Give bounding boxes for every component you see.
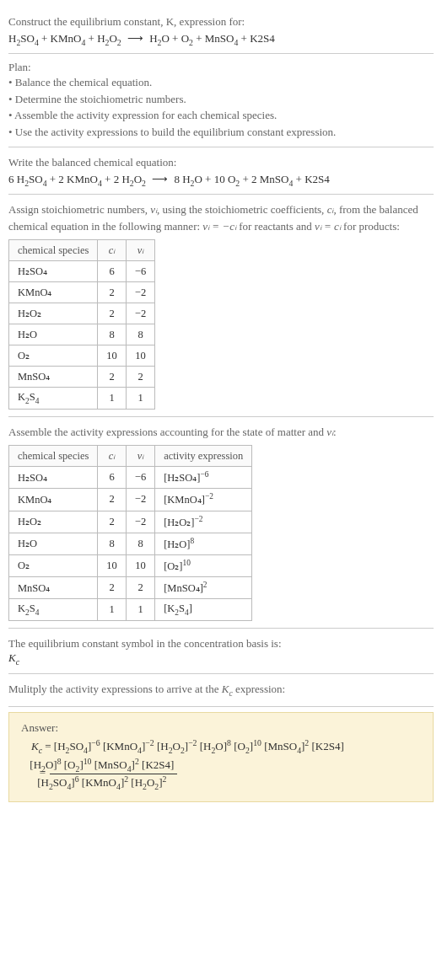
final-heading: Mulitply the activity expressions to arr…	[8, 681, 434, 699]
balanced-heading: Write the balanced chemical equation:	[8, 154, 434, 171]
activity-table: chemical species cᵢ νᵢ activity expressi…	[8, 445, 252, 620]
table-row: K2S411	[9, 388, 155, 410]
kc-expression: Kc = [H2SO4]−6 [KMnO4]−2 [H2O2]−2 [H2O]8…	[21, 738, 421, 791]
cell-nu: 10	[126, 554, 154, 576]
plan-section: Plan: • Balance the chemical equation. •…	[8, 54, 434, 147]
cell-species: H₂O₂	[9, 511, 98, 533]
cell-nu: −2	[126, 489, 154, 511]
cell-nu: 10	[126, 345, 154, 367]
cell-activity: [H₂O₂]−2	[155, 511, 252, 533]
table-row: MnSO₄22	[9, 367, 155, 388]
final-heading-section: Mulitply the activity expressions to arr…	[8, 674, 434, 707]
cell-species: H₂O	[9, 533, 98, 554]
cell-nu: −2	[126, 282, 154, 303]
table-row: O₂1010	[9, 345, 155, 367]
prompt-section: Construct the equilibrium constant, K, e…	[8, 7, 434, 54]
col-c: cᵢ	[98, 240, 127, 261]
basis-section: The equilibrium constant symbol in the c…	[8, 629, 434, 674]
table-row: H₂O₂2−2[H₂O₂]−2	[9, 511, 252, 533]
cell-species: H₂SO₄	[9, 467, 98, 489]
col-activity: activity expression	[155, 446, 252, 467]
cell-species: K2S4	[9, 599, 98, 621]
table-row: H₂SO₄6−6[H₂SO₄]−6	[9, 467, 252, 489]
cell-nu: 1	[126, 599, 154, 621]
answer-label: Answer:	[21, 721, 421, 735]
cell-c: 1	[98, 388, 127, 410]
table-row: MnSO₄22[MnSO₄]2	[9, 576, 252, 598]
table-row: K2S411[K2S4]	[9, 599, 252, 621]
cell-c: 2	[98, 489, 127, 511]
cell-activity: [H₂SO₄]−6	[155, 467, 252, 489]
prompt-intro: Construct the equilibrium constant, K, e…	[8, 13, 434, 30]
cell-nu: 8	[126, 533, 154, 554]
cell-nu: 2	[126, 576, 154, 598]
cell-activity: [O₂]10	[155, 554, 252, 576]
cell-species: MnSO₄	[9, 367, 98, 388]
cell-c: 8	[98, 324, 127, 345]
cell-c: 10	[98, 345, 127, 367]
col-species: chemical species	[9, 446, 98, 467]
cell-c: 10	[98, 554, 127, 576]
basis-intro: The equilibrium constant symbol in the c…	[8, 635, 434, 652]
table-row: H₂O88	[9, 324, 155, 345]
activity-intro: Assemble the activity expressions accoun…	[8, 424, 434, 441]
table-header-row: chemical species cᵢ νᵢ activity expressi…	[9, 446, 252, 467]
table-row: H₂O₂2−2	[9, 303, 155, 324]
prompt-line1: Construct the equilibrium constant, K, e…	[8, 15, 245, 28]
balanced-equation: 6 H2SO4 + 2 KMnO4 + 2 H2O2 ⟶ 8 H2O + 10 …	[8, 173, 434, 188]
cell-nu: 2	[126, 367, 154, 388]
cell-c: 1	[98, 599, 127, 621]
kc-symbol: Kc	[8, 651, 434, 667]
cell-activity: [K2S4]	[155, 599, 252, 621]
cell-species: KMnO₄	[9, 282, 98, 303]
cell-c: 6	[98, 467, 127, 489]
stoich-section: Assign stoichiometric numbers, νᵢ, using…	[8, 195, 434, 417]
cell-species: KMnO₄	[9, 489, 98, 511]
table-row: KMnO₄2−2	[9, 282, 155, 303]
table-row: O₂1010[O₂]10	[9, 554, 252, 576]
col-species: chemical species	[9, 240, 98, 261]
plan-item-3: • Assemble the activity expression for e…	[8, 107, 434, 124]
stoich-intro: Assign stoichiometric numbers, νᵢ, using…	[8, 201, 434, 234]
col-nu: νᵢ	[126, 240, 154, 261]
cell-species: O₂	[9, 554, 98, 576]
col-c: cᵢ	[98, 446, 127, 467]
col-nu: νᵢ	[126, 446, 154, 467]
cell-nu: −6	[126, 467, 154, 489]
cell-nu: −2	[126, 511, 154, 533]
activity-section: Assemble the activity expressions accoun…	[8, 417, 434, 629]
cell-species: MnSO₄	[9, 576, 98, 598]
cell-nu: −6	[126, 261, 154, 282]
cell-species: H₂SO₄	[9, 261, 98, 282]
cell-c: 6	[98, 261, 127, 282]
cell-activity: [MnSO₄]2	[155, 576, 252, 598]
cell-c: 2	[98, 367, 127, 388]
plan-item-1: • Balance the chemical equation.	[8, 74, 434, 91]
cell-species: O₂	[9, 345, 98, 367]
cell-c: 2	[98, 303, 127, 324]
plan-item-4: • Use the activity expressions to build …	[8, 124, 434, 141]
stoich-table: chemical species cᵢ νᵢ H₂SO₄6−6KMnO₄2−2H…	[8, 239, 155, 410]
table-row: H₂O88[H₂O]8	[9, 533, 252, 554]
balanced-section: Write the balanced chemical equation: 6 …	[8, 147, 434, 195]
cell-c: 2	[98, 511, 127, 533]
unbalanced-equation: H2SO4 + KMnO4 + H2O2 ⟶ H2O + O2 + MnSO4 …	[8, 32, 434, 47]
cell-species: H₂O	[9, 324, 98, 345]
cell-c: 2	[98, 576, 127, 598]
cell-nu: −2	[126, 303, 154, 324]
cell-species: K2S4	[9, 388, 98, 410]
table-row: H₂SO₄6−6	[9, 261, 155, 282]
table-header-row: chemical species cᵢ νᵢ	[9, 240, 155, 261]
plan-item-2: • Determine the stoichiometric numbers.	[8, 91, 434, 108]
cell-nu: 8	[126, 324, 154, 345]
plan-heading: Plan:	[8, 61, 434, 74]
table-row: KMnO₄2−2[KMnO₄]−2	[9, 489, 252, 511]
cell-nu: 1	[126, 388, 154, 410]
cell-species: H₂O₂	[9, 303, 98, 324]
answer-box: Answer: Kc = [H2SO4]−6 [KMnO4]−2 [H2O2]−…	[8, 712, 434, 802]
cell-activity: [KMnO₄]−2	[155, 489, 252, 511]
cell-c: 8	[98, 533, 127, 554]
cell-activity: [H₂O]8	[155, 533, 252, 554]
cell-c: 2	[98, 282, 127, 303]
